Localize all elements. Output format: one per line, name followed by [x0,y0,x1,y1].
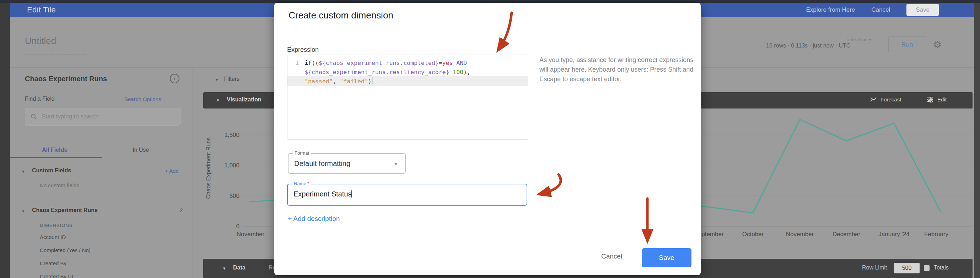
field-created-by-id[interactable]: Created By ID [40,273,73,278]
format-select[interactable]: Format Default formatting ▼ [288,153,406,174]
visualization-caret-icon: ▾ [217,98,219,103]
right-edge-strip [974,3,980,278]
search-options-link[interactable]: Search Options [124,96,161,102]
totals-label: Totals [934,265,949,271]
find-a-field-label: Find a Field [25,96,55,102]
visualization-label: Visualization [227,96,261,103]
x-tick-label: February [924,231,949,238]
tab-in-use[interactable]: In Use [132,147,149,153]
tab-all-fields[interactable]: All Fields [42,147,67,153]
custom-fields-section[interactable]: Custom Fields [32,167,71,174]
totals-checkbox[interactable] [924,265,929,271]
name-input[interactable]: Name * Experiment Status [287,184,527,206]
expression-code[interactable]: if((${chaos_experiment_runs.completed}=y… [304,58,471,86]
field-created-by[interactable]: Created By [40,260,67,266]
data-label: Data [233,265,245,271]
x-tick-label: November [237,231,265,238]
add-custom-field-link[interactable]: + Add [165,168,179,174]
field-completed[interactable]: Completed (Yes / No) [40,247,91,253]
field-account-id[interactable]: Account ID [40,234,66,240]
name-text-cursor [352,190,352,197]
view-field-count: 2 [180,207,183,213]
y-tick-label: 1,500 [224,131,240,138]
create-custom-dimension-modal: Create custom dimension Expression 1 if(… [274,3,701,275]
format-label: Format [293,150,311,156]
code-paren3: ) [368,78,372,85]
code-value-yes: yes [442,60,453,66]
modal-cancel-button[interactable]: Cancel [601,253,622,260]
code-paren: (( [312,60,319,66]
name-value: Experiment Status [293,190,352,198]
code-operator2: = [449,69,453,76]
code-keyword: if [304,60,312,66]
explore-from-here-link[interactable]: Explore from Here [806,6,855,13]
view-section[interactable]: Chaos Experiment Runs [32,207,98,213]
forecast-label: Forecast [880,96,901,103]
query-stats: 16 rows · 0.113s · just now · UTC [766,43,850,49]
browser-edge-strip [0,0,980,3]
view-caret-icon[interactable]: ▾ [22,208,24,214]
tabs-divider [10,158,192,158]
y-tick-label: 1,000 [224,162,240,169]
search-placeholder: Start typing to search [41,113,99,120]
sidebar-view-title: Chaos Experiment Runs [25,75,107,83]
row-limit-input[interactable]: 500 [894,263,920,273]
y-axis-title: Chaos Experiment Runs [205,137,212,199]
code-string-passed: "passed" [304,78,332,85]
forecast-icon [870,97,877,103]
sidebar-divider [192,67,193,278]
x-tick-label: January '24 [878,231,909,238]
x-tick-label: November [786,231,814,238]
tile-name-underline [25,54,88,55]
data-caret-icon: ▾ [223,265,226,271]
dimensions-header: DIMENSIONS [40,223,73,228]
code-operator: = [439,60,442,66]
gear-icon[interactable]: ⚙ [933,39,942,51]
code-space [453,60,456,66]
custom-fields-caret-icon[interactable]: ▾ [22,169,24,174]
page-title: Edit Tile [27,5,56,14]
name-label: Name * [292,181,311,186]
code-field-ref2: ${chaos_experiment_runs.resiliency_score… [304,69,449,76]
code-field-ref: ${chaos_experiment_runs.completed} [319,60,439,66]
expression-label: Expression [287,46,319,54]
timezone-label[interactable]: Time Zone ▾ [846,37,871,42]
add-description-link[interactable]: + Add description [288,215,340,223]
edit-visualization-button[interactable]: Edit [927,96,947,103]
collapse-sidebar-icon[interactable]: ‹ [170,74,180,83]
editor-text-cursor [372,77,372,84]
format-value: Default formatting [294,160,350,168]
arrow-to-expression [500,13,512,47]
required-asterisk: * [307,181,309,186]
code-string-failed: "failed" [340,78,368,85]
screen: Edit Tile Explore from Here Cancel Save … [0,0,980,278]
field-search-input[interactable]: Start typing to search [25,108,180,126]
code-and: AND [456,60,467,66]
sliders-icon [927,97,934,103]
edit-label: Edit [937,96,947,103]
filters-caret-icon: ▸ [216,77,218,82]
code-paren2: ), [463,69,471,76]
modal-save-button[interactable]: Save [642,248,692,267]
no-custom-fields-text: No custom fields [40,182,79,188]
y-tick-label: 0 [236,223,240,230]
run-button[interactable]: Run [888,36,926,53]
row-limit-label: Row Limit [862,265,887,271]
filters-section[interactable]: ▸ Filters [216,76,240,82]
expression-helper-text: As you type, assistance for writing corr… [539,55,694,84]
cancel-edit-button[interactable]: Cancel [871,6,890,13]
code-comma: , [332,78,340,85]
x-tick-label: October [742,231,764,238]
left-edge-strip [0,3,10,278]
filters-label: Filters [224,76,240,82]
tile-name[interactable]: Untitled [25,35,56,46]
search-icon [30,113,37,120]
forecast-button[interactable]: Forecast [870,96,901,103]
editor-line-number: 1 [290,58,299,68]
expression-editor[interactable]: 1 if((${chaos_experiment_runs.completed}… [287,55,528,140]
x-tick-label: December [832,231,861,238]
arrow-to-name-field [543,174,561,193]
y-tick-label: 500 [229,193,240,199]
chevron-down-icon: ▼ [394,162,398,167]
save-tile-button[interactable]: Save [907,4,939,16]
